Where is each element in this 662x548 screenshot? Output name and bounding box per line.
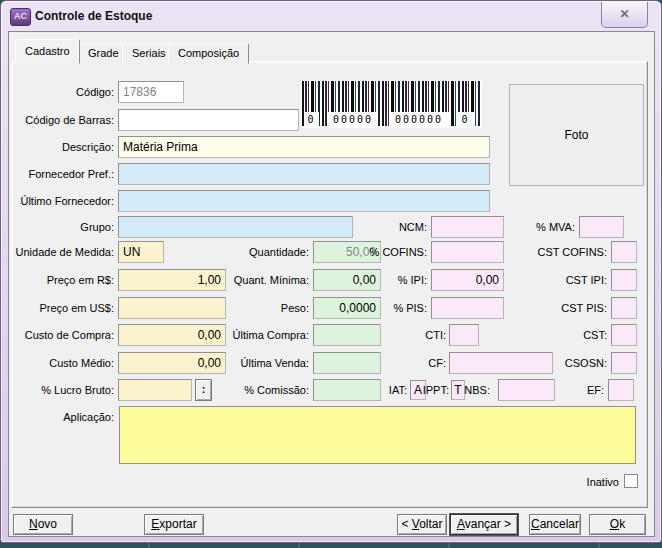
- codigo-barras-label: Código de Barras:: [9, 113, 114, 127]
- cancelar-button-accel: C: [531, 517, 540, 531]
- ippt-label: IPPT:: [420, 383, 449, 397]
- app-icon: AC: [10, 8, 31, 26]
- peso-label: Peso:: [201, 301, 309, 315]
- ultima-compra-label: Última Compra:: [201, 328, 309, 342]
- exportar-button-rest: xportar: [159, 517, 196, 531]
- codigo-label: Código:: [9, 85, 114, 99]
- aplicacao-field[interactable]: [119, 406, 636, 464]
- cst-pis-field[interactable]: [611, 297, 637, 319]
- ef-field[interactable]: [608, 379, 634, 401]
- codigo-barras-field[interactable]: [118, 109, 299, 131]
- ncm-label: NCM:: [331, 220, 427, 234]
- descricao-label: Descrição:: [9, 140, 114, 154]
- exportar-button[interactable]: Exportar: [144, 514, 204, 535]
- fornecedor-pref-label: Fornecedor Pref.:: [9, 167, 114, 181]
- tab-cadastro[interactable]: Cadastro: [15, 39, 80, 64]
- ok-button-rest: k: [619, 517, 625, 531]
- preco-rs-label: Preço em R$:: [9, 273, 114, 287]
- ipi-field[interactable]: 0,00: [431, 269, 504, 291]
- novo-button-accel: N: [29, 517, 38, 531]
- aplicacao-label: Aplicação:: [9, 410, 114, 424]
- cti-field[interactable]: [449, 324, 479, 346]
- pis-field[interactable]: [431, 297, 504, 319]
- cst-cofins-field[interactable]: [611, 241, 637, 263]
- ultimo-fornecedor-label: Último Fornecedor:: [9, 194, 114, 208]
- ok-button[interactable]: Ok: [589, 514, 646, 535]
- nbs-label: NBS:: [457, 383, 490, 397]
- barcode-digit-group: 0: [304, 112, 319, 127]
- close-icon: ✕: [619, 7, 629, 21]
- inativo-label: Inativo: [536, 475, 619, 489]
- cancelar-button[interactable]: Cancelar: [529, 514, 581, 535]
- unidade-field[interactable]: UN: [118, 241, 164, 263]
- window-title: Controle de Estoque: [35, 9, 152, 23]
- cancelar-button-rest: ancelar: [540, 517, 579, 531]
- custo-medio-label: Custo Médio:: [9, 356, 114, 370]
- iat-label: IAT:: [364, 383, 407, 397]
- tab-composicao[interactable]: Composição: [168, 43, 249, 64]
- codigo-field[interactable]: 17836: [118, 81, 184, 103]
- title-bar: AC Controle de Estoque ✕: [1, 1, 661, 31]
- cst-ipi-field[interactable]: [611, 269, 637, 291]
- avancar-button[interactable]: Avançar >: [450, 514, 518, 535]
- quant-minima-label: Quant. Mínima:: [201, 273, 309, 287]
- ultimo-fornecedor-field[interactable]: [118, 190, 490, 212]
- ef-label: EF:: [566, 383, 604, 397]
- csosn-label: CSOSN:: [501, 356, 607, 370]
- grupo-field[interactable]: [118, 216, 353, 238]
- nbs-field[interactable]: [498, 379, 555, 401]
- quantidade-label: Quantidade:: [201, 245, 309, 259]
- comissao-label: % Comissão:: [201, 383, 309, 397]
- avancar-button-accel: A: [457, 517, 465, 531]
- voltar-button[interactable]: < Voltar: [397, 514, 447, 535]
- voltar-button-label: <: [401, 517, 411, 531]
- avancar-button-rest: vançar >: [465, 517, 511, 531]
- pis-label: % PIS:: [331, 301, 427, 315]
- barcode-image: 0 00000 000000 0: [301, 81, 482, 128]
- cst-ipi-label: CST IPI:: [501, 273, 607, 287]
- barcode-digit-group: 000000: [389, 112, 449, 127]
- mva-field[interactable]: [579, 216, 624, 238]
- cst-cofins-label: CST COFINS:: [501, 245, 607, 259]
- ipi-label: % IPI:: [331, 273, 427, 287]
- cst-field[interactable]: [611, 324, 637, 346]
- close-button[interactable]: ✕: [601, 2, 648, 28]
- csosn-field[interactable]: [611, 352, 637, 374]
- descricao-field[interactable]: Matéria Prima: [118, 136, 490, 158]
- inativo-checkbox[interactable]: [624, 474, 638, 488]
- mva-label: % MVA:: [491, 220, 575, 234]
- barcode-digit-group: 0: [457, 112, 474, 127]
- cofins-label: % COFINS:: [331, 245, 427, 259]
- cst-pis-label: CST PIS:: [501, 301, 607, 315]
- unidade-label: Unidade de Medida:: [9, 245, 114, 259]
- custo-compra-label: Custo de Compra:: [9, 328, 114, 342]
- foto-placeholder: Foto: [509, 84, 644, 186]
- ok-button-accel: O: [610, 517, 619, 531]
- ultima-venda-label: Última Venda:: [201, 356, 309, 370]
- cti-label: CTI:: [351, 328, 446, 342]
- cf-label: CF:: [351, 356, 446, 370]
- cst-label: CST:: [501, 328, 607, 342]
- preco-uss-label: Preço em US$:: [9, 301, 114, 315]
- foto-label: Foto: [564, 128, 588, 142]
- novo-button[interactable]: Novo: [13, 514, 73, 535]
- cofins-field[interactable]: [431, 241, 504, 263]
- fornecedor-pref-field[interactable]: [118, 163, 490, 185]
- lucro-bruto-field[interactable]: [118, 379, 192, 401]
- barcode-digit-group: 00000: [328, 112, 378, 127]
- tab-grade[interactable]: Grade: [78, 43, 129, 64]
- voltar-button-rest: oltar: [419, 517, 442, 531]
- window-controle-de-estoque: AC Controle de Estoque ✕ Cadastro Grade …: [0, 0, 662, 543]
- grupo-label: Grupo:: [9, 220, 114, 234]
- novo-button-rest: ovo: [38, 517, 57, 531]
- lucro-bruto-label: % Lucro Bruto:: [9, 383, 114, 397]
